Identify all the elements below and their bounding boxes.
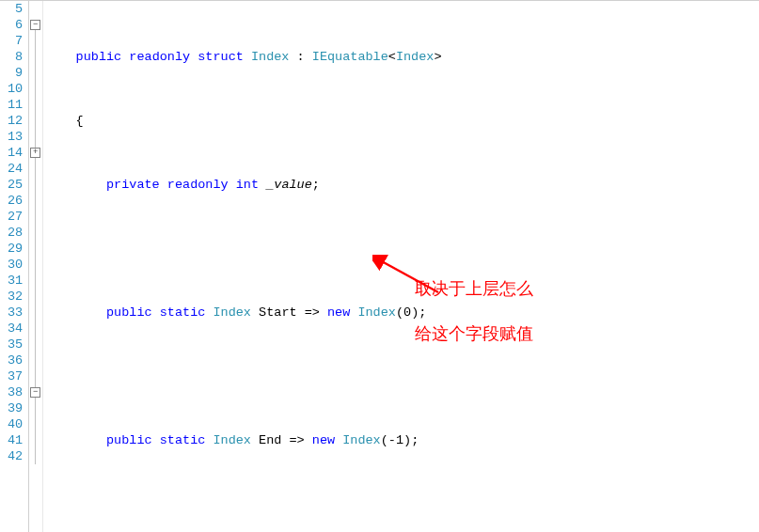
annotation-text: 给这个字段赋值 <box>415 326 533 342</box>
line-number: 8 <box>0 49 23 65</box>
line-number: 13 <box>0 129 23 145</box>
line-number: 30 <box>0 257 23 273</box>
code-line[interactable]: { <box>45 113 759 129</box>
fold-toggle-icon[interactable]: − <box>30 20 40 30</box>
line-number: 27 <box>0 209 23 225</box>
fold-toggle-icon[interactable]: + <box>30 148 40 158</box>
code-line[interactable]: public readonly struct Index : IEquatabl… <box>45 49 759 65</box>
line-number: 7 <box>0 33 23 49</box>
line-number: 33 <box>0 305 23 321</box>
line-number: 36 <box>0 352 23 368</box>
code-line[interactable] <box>45 368 759 384</box>
line-number: 32 <box>0 289 23 305</box>
code-area[interactable]: public readonly struct Index : IEquatabl… <box>43 1 759 532</box>
annotation-arrow-icon <box>372 255 448 297</box>
line-number: 9 <box>0 65 23 81</box>
code-line[interactable]: public static Index End => new Index(-1)… <box>45 432 759 448</box>
line-number: 11 <box>0 97 23 113</box>
code-line[interactable] <box>45 241 759 257</box>
fold-toggle-icon[interactable]: − <box>30 387 40 398</box>
line-number: 24 <box>0 161 23 177</box>
code-editor[interactable]: 5 6 7 8 9 10 11 12 13 14 24 25 26 27 28 … <box>0 0 759 532</box>
svg-line-0 <box>380 260 438 292</box>
line-number: 37 <box>0 368 23 384</box>
line-number-gutter: 5 6 7 8 9 10 11 12 13 14 24 25 26 27 28 … <box>0 1 29 532</box>
line-number: 28 <box>0 225 23 241</box>
line-number: 39 <box>0 400 23 416</box>
line-number: 29 <box>0 241 23 257</box>
line-number: 41 <box>0 432 23 448</box>
line-number: 42 <box>0 448 23 464</box>
code-line[interactable] <box>45 496 759 512</box>
outlining-margin: − + − <box>29 1 43 532</box>
line-number: 38 <box>0 384 23 400</box>
line-number: 35 <box>0 336 23 352</box>
line-number: 10 <box>0 81 23 97</box>
line-number: 5 <box>0 1 23 17</box>
line-number: 26 <box>0 193 23 209</box>
line-number: 31 <box>0 273 23 289</box>
line-number: 12 <box>0 113 23 129</box>
line-number: 25 <box>0 177 23 193</box>
annotation-text: 取决于上层怎么 <box>415 281 533 297</box>
code-line[interactable]: public static Index Start => new Index(0… <box>45 305 759 321</box>
line-number: 6 <box>0 17 23 33</box>
line-number: 14 <box>0 145 23 161</box>
code-line[interactable]: private readonly int _value; <box>45 177 759 193</box>
line-number: 34 <box>0 321 23 336</box>
fold-guide <box>35 30 36 464</box>
line-number: 40 <box>0 416 23 432</box>
